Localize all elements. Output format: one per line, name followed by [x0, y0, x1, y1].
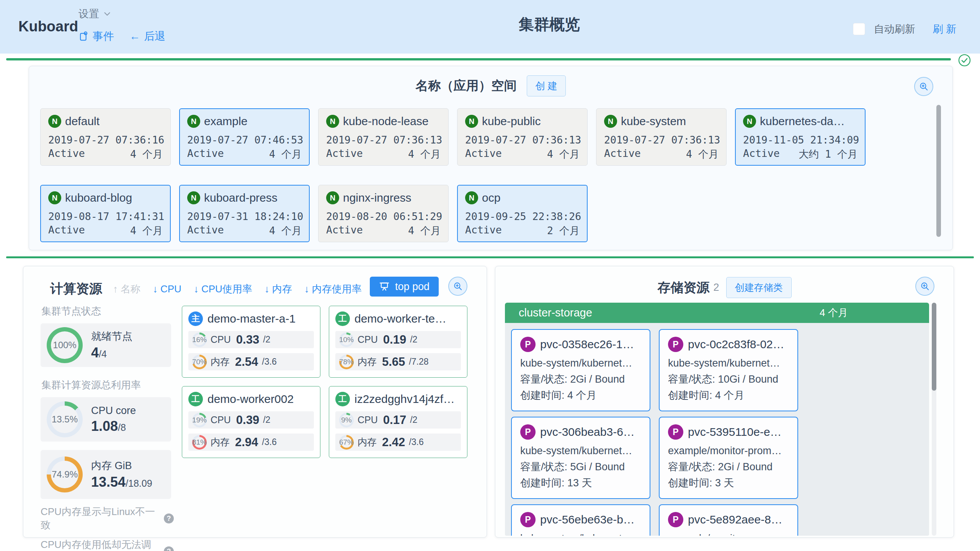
sort-CPU[interactable]: ↓CPU — [153, 283, 181, 295]
pvc-detail-line: kube-system/kubernet… — [520, 443, 641, 459]
auto-refresh-checkbox[interactable] — [853, 23, 865, 35]
events-icon — [78, 31, 89, 42]
ready-nodes-title: 就绪节点 — [91, 329, 132, 343]
node-cpu-label: CPU — [358, 414, 378, 425]
sort-label: CPU使用率 — [201, 282, 252, 296]
namespaces-zoom-button[interactable] — [914, 77, 933, 96]
node-card[interactable]: 工demo-worker-te…10%CPU0.19/278%内存5.65/7.… — [329, 306, 467, 378]
pvc-card[interactable]: Ppvc-56ebe63e-b…kube-system/kubernet… — [511, 504, 650, 536]
namespace-status: Active — [48, 147, 85, 161]
help-icon[interactable]: ? — [164, 546, 174, 551]
ready-nodes-value: 4/4 — [91, 345, 132, 361]
namespace-card-header: Nkube-node-lease — [326, 115, 441, 128]
namespace-created: 2019-09-25 22:38:26 — [465, 210, 580, 222]
node-cpu-used: 0.39 — [236, 413, 259, 427]
namespace-name: ocp — [482, 191, 500, 204]
node-cpu-used: 0.19 — [383, 333, 406, 347]
node-name: iz2zedgghv14j4zf… — [354, 393, 455, 406]
namespaces-scrollbar[interactable] — [936, 105, 941, 237]
sort-名称[interactable]: ↑名称 — [113, 282, 140, 296]
node-cpu-row: 9%CPU0.17/2 — [335, 411, 461, 429]
namespace-age: 4 个月 — [130, 224, 163, 238]
events-link[interactable]: 事件 — [78, 29, 114, 44]
namespace-card[interactable]: Nkube-system2019-07-27 07:36:13Active4 个… — [596, 108, 727, 166]
pvc-card[interactable]: Ppvc-0358ec26-1…kube-system/kubernet…容量/… — [511, 329, 650, 411]
node-memory-used: 2.54 — [235, 355, 258, 369]
pvc-icon: P — [668, 512, 683, 527]
namespace-card[interactable]: Nocp2019-09-25 22:38:26Active2 个月 — [457, 185, 588, 242]
utilization-label: 集群计算资源总利用率 — [41, 378, 174, 392]
namespace-card[interactable]: Nkuboard-blog2019-08-17 17:41:31Active4 … — [40, 185, 171, 242]
namespace-age: 4 个月 — [686, 147, 719, 161]
gauge-percent: 67% — [339, 438, 354, 447]
namespace-icon: N — [465, 115, 478, 128]
pvc-icon: P — [520, 512, 536, 527]
pvc-card[interactable]: Ppvc-5e892aee-8…example/monitor-prom… — [659, 504, 798, 536]
namespace-created: 2019-08-20 06:51:29 — [326, 210, 441, 222]
namespace-icon: N — [48, 191, 61, 204]
sort-内存使用率[interactable]: ↓内存使用率 — [304, 282, 362, 296]
namespace-card[interactable]: Nkube-node-lease2019-07-27 07:36:13Activ… — [318, 108, 449, 166]
namespace-icon: N — [187, 115, 200, 128]
cluster-summary-column: 集群节点状态 100% 就绪节点 4/4 集群计算资源总利用率 13.5% CP… — [41, 305, 174, 551]
node-memory-row: 78%内存5.65/7.28 — [335, 353, 461, 370]
back-link[interactable]: ← 后退 — [129, 29, 165, 44]
namespace-card[interactable]: Nexample2019-07-27 07:46:53Active4 个月 — [179, 108, 310, 166]
namespace-card[interactable]: Nkube-public2019-07-27 07:36:13Active4 个… — [457, 108, 588, 166]
namespace-card[interactable]: Nkuboard-press2019-07-31 18:24:10Active4… — [179, 185, 310, 242]
sort-内存[interactable]: ↓内存 — [265, 282, 292, 296]
namespace-card[interactable]: Nkubernetes-da…2019-11-05 21:34:09Active… — [735, 108, 866, 166]
cpu-utilization-card: 13.5% CPU core 1.08/8 — [41, 397, 171, 442]
back-arrow-icon: ← — [129, 30, 140, 42]
pvc-icon: P — [520, 337, 536, 352]
memory-utilization-card: 74.9% 内存 GiB 13.54/18.09 — [41, 450, 171, 499]
node-card[interactable]: 工demo-worker00219%CPU0.39/281%内存2.94/3.6 — [182, 386, 320, 458]
namespace-card[interactable]: Nnginx-ingress2019-08-20 06:51:29Active4… — [318, 185, 449, 242]
pvc-detail-line: 创建时间: 3 天 — [668, 475, 789, 491]
refresh-button[interactable]: 刷 新 — [933, 22, 956, 36]
kuboard-logo[interactable]: Kuboard — [18, 18, 78, 35]
node-card[interactable]: 主demo-master-a-116%CPU0.33/270%内存2.54/3.… — [182, 306, 320, 378]
namespace-card-header: Nocp — [465, 191, 580, 204]
memory-gauge: 74.9% — [47, 456, 83, 492]
header-links: 事件 ← 后退 — [78, 29, 165, 44]
compute-title: 计算资源 — [50, 280, 102, 298]
pvc-card[interactable]: Ppvc-5395110e-e…example/monitor-prom…容量/… — [659, 417, 798, 499]
help-icon[interactable]: ? — [164, 514, 174, 523]
node-name: demo-worker002 — [207, 393, 294, 406]
node-cpu-total: /2 — [410, 334, 417, 345]
gauge-percent: 19% — [192, 416, 207, 424]
namespace-status: Active — [743, 147, 780, 161]
node-cpu-total: /2 — [263, 415, 270, 425]
pvc-card[interactable]: Ppvc-0c2c83f8-02…kube-system/kubernet…容量… — [659, 329, 798, 411]
sort-CPU使用率[interactable]: ↓CPU使用率 — [194, 282, 252, 296]
storage-class-bar[interactable]: cluster-storage 4 个月 — [505, 303, 929, 323]
storage-zoom-button[interactable] — [915, 277, 934, 296]
top-pod-button[interactable]: top pod — [370, 277, 439, 297]
create-namespace-button[interactable]: 创 建 — [527, 75, 566, 96]
settings-menu[interactable]: 设置 — [78, 7, 111, 21]
node-cpu-gauge: 16% — [192, 333, 207, 347]
compute-zoom-button[interactable] — [448, 277, 467, 296]
create-storage-class-button[interactable]: 创建存储类 — [726, 277, 792, 298]
pvc-detail-line: example/monitor-prom… — [668, 530, 789, 536]
node-status-label: 集群节点状态 — [41, 305, 174, 318]
pvc-card[interactable]: Ppvc-306beab3-6…kube-system/kubernet…容量/… — [511, 417, 650, 499]
node-card[interactable]: 工iz2zedgghv14j4zf…9%CPU0.17/267%内存2.42/3… — [329, 386, 467, 458]
pvc-detail-line: 容量/状态: 2Gi / Bound — [520, 371, 641, 387]
namespace-name: kube-system — [621, 115, 686, 128]
top-progress-bar — [6, 58, 951, 60]
storage-scrollbar[interactable] — [932, 303, 936, 391]
sort-arrow-icon: ↓ — [153, 283, 158, 295]
pvc-name: pvc-5e892aee-8… — [688, 513, 782, 526]
namespace-card-header: Nkube-public — [465, 115, 580, 128]
namespace-age: 4 个月 — [269, 224, 302, 238]
namespace-status-row: Active2 个月 — [465, 224, 580, 238]
node-memory-gauge: 70% — [192, 355, 207, 369]
namespace-card[interactable]: Ndefault2019-07-27 07:36:16Active4 个月 — [40, 108, 171, 166]
compute-header: 计算资源 ↑名称↓CPU↓CPU使用率↓内存↓内存使用率 — [50, 280, 362, 298]
namespace-status-row: Active4 个月 — [326, 224, 441, 238]
namespace-name: default — [65, 115, 100, 128]
namespace-status: Active — [465, 147, 502, 161]
gauge-percent: 78% — [339, 358, 354, 366]
